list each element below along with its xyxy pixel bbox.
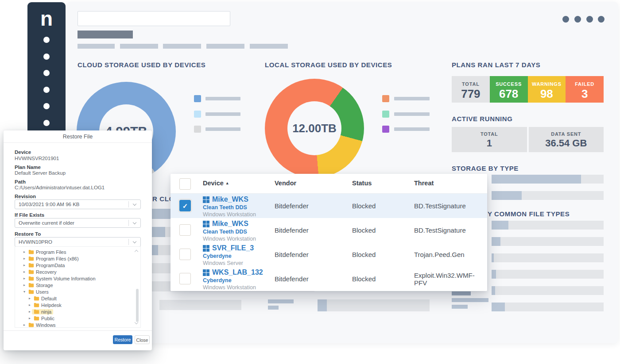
table-header: Device▲ Vendor Status Threat <box>170 174 487 194</box>
folder-icon <box>28 249 34 254</box>
tree-node[interactable]: Program Files (x86) <box>27 256 81 261</box>
device-org-link[interactable]: Cyberdyne <box>203 277 263 284</box>
tree-item-label: Storage <box>36 283 53 288</box>
tab-placeholder[interactable] <box>120 44 158 49</box>
device-org-link[interactable]: Cyberdyne <box>203 253 254 259</box>
table-row[interactable]: Mike_WKSClean Teeth DDSWindows Workstati… <box>170 218 487 242</box>
tab-placeholder[interactable] <box>163 44 201 49</box>
tree-item-system-volume-information[interactable]: ▸System Volume Information <box>15 275 140 282</box>
caret-collapsed-icon[interactable]: ▸ <box>22 250 27 254</box>
window-menu-dot[interactable] <box>562 16 569 23</box>
row-checkbox[interactable] <box>179 273 191 284</box>
restore-to-select[interactable]: HVWIN10PRO <box>15 237 141 247</box>
tree-item-default[interactable]: ▸Default <box>15 295 140 302</box>
device-name-link[interactable]: Mike_WKS <box>203 195 256 203</box>
threat-cell: Exploit.Win32.WMF-PFV <box>414 267 487 291</box>
tree-item-users[interactable]: ▾Users <box>15 288 140 295</box>
select-all-checkbox[interactable] <box>179 178 191 190</box>
tree-item-helpdesk[interactable]: ▸Helpdesk <box>15 302 140 308</box>
tree-node[interactable]: Default <box>32 296 58 301</box>
revision-select[interactable]: 10/03/2021 9:00 AM 96 KB <box>15 199 141 209</box>
scrollbar-thumb[interactable] <box>136 289 139 322</box>
legend-item <box>194 95 240 102</box>
column-header-threat[interactable]: Threat <box>414 180 434 187</box>
tree-item-public[interactable]: ▸Public <box>15 315 140 322</box>
tree-node[interactable]: Helpdesk <box>32 303 63 308</box>
column-header-device[interactable]: Device▲ <box>203 180 229 187</box>
table-row[interactable]: SVR_FILE_3CyberdyneWindows ServerBitdefe… <box>170 242 487 267</box>
tree-item-windows[interactable]: ▸Windows <box>15 322 140 328</box>
caret-collapsed-icon[interactable]: ▸ <box>27 296 32 300</box>
caret-collapsed-icon[interactable]: ▸ <box>27 310 32 314</box>
tree-item-storage[interactable]: ▸Storage <box>15 282 140 288</box>
caret-collapsed-icon[interactable]: ▸ <box>22 270 27 274</box>
device-os: Windows Server <box>203 260 254 266</box>
tree-node[interactable]: Program Files <box>27 249 68 255</box>
window-menu-dot[interactable] <box>598 16 604 23</box>
sidebar-nav-dot[interactable] <box>43 54 50 60</box>
caret-collapsed-icon[interactable]: ▸ <box>22 283 27 287</box>
tree-item-label: Public <box>41 316 54 321</box>
caret-expanded-icon[interactable]: ▾ <box>22 290 27 294</box>
tree-node[interactable]: ninja <box>32 309 53 314</box>
device-name-link[interactable]: WKS_LAB_132 <box>203 268 263 276</box>
caret-collapsed-icon[interactable]: ▸ <box>27 303 32 307</box>
caret-collapsed-icon[interactable]: ▸ <box>27 316 32 320</box>
restore-button[interactable]: Restore <box>113 335 132 344</box>
row-checkbox[interactable] <box>179 224 191 236</box>
tree-item-ninja[interactable]: ▸ninja <box>15 308 140 315</box>
tree-node[interactable]: Recovery <box>27 269 58 275</box>
tree-node[interactable]: Storage <box>27 283 55 288</box>
tree-item-programdata[interactable]: ▸ProgramData <box>15 262 140 268</box>
column-header-vendor[interactable]: Vendor <box>275 180 296 187</box>
sidebar-nav-dot[interactable] <box>43 37 50 43</box>
tab-placeholder[interactable] <box>206 44 244 49</box>
sidebar-nav-dot[interactable] <box>43 120 50 126</box>
tree-item-program-files-x86-[interactable]: ▸Program Files (x86) <box>15 255 140 262</box>
if-file-exists-select[interactable]: Overwrite current if older <box>15 218 141 228</box>
tree-node[interactable]: Public <box>32 316 56 321</box>
bar-track <box>492 221 604 230</box>
tree-node[interactable]: System Volume Information <box>27 276 97 281</box>
modal-title: Restore File <box>4 130 152 143</box>
device-cell[interactable]: SVR_FILE_3CyberdyneWindows Server <box>203 244 254 266</box>
bar-track <box>492 270 604 279</box>
caret-collapsed-icon[interactable]: ▸ <box>22 276 27 280</box>
tree-node[interactable]: ProgramData <box>27 263 66 268</box>
sidebar-nav-dot[interactable] <box>43 103 50 109</box>
tree-node[interactable]: Windows <box>27 322 58 328</box>
device-cell[interactable]: Mike_WKSClean Teeth DDSWindows Workstati… <box>203 195 256 218</box>
close-button[interactable]: Close <box>135 335 150 344</box>
tree-item-recovery[interactable]: ▸Recovery <box>15 268 140 275</box>
device-name-link[interactable]: SVR_FILE_3 <box>203 244 254 252</box>
row-checkbox[interactable]: ✓ <box>179 200 191 211</box>
device-org-link[interactable]: Clean Teeth DDS <box>203 229 256 235</box>
column-header-status[interactable]: Status <box>352 180 372 187</box>
tab-placeholder[interactable] <box>78 44 115 49</box>
caret-collapsed-icon[interactable]: ▸ <box>22 323 27 327</box>
threat-cell: BD.TestSignature <box>414 194 466 218</box>
bar-fill <box>492 191 522 200</box>
sidebar-nav-dot[interactable] <box>43 70 50 76</box>
device-name-link[interactable]: Mike_WKS <box>203 220 256 228</box>
tree-item-program-files[interactable]: ▸Program Files <box>15 249 140 255</box>
caret-collapsed-icon[interactable]: ▸ <box>22 257 27 261</box>
heading-common-file-types: Y COMMON FILE TYPES <box>488 210 570 218</box>
table-row[interactable]: WKS_LAB_132CyberdyneWindows WorkstationB… <box>170 267 487 291</box>
row-checkbox[interactable] <box>179 249 191 260</box>
device-cell[interactable]: WKS_LAB_132CyberdyneWindows Workstation <box>203 268 263 291</box>
window-menu-dot[interactable] <box>574 16 581 23</box>
device-cell[interactable]: Mike_WKSClean Teeth DDSWindows Workstati… <box>203 220 256 242</box>
tab-placeholder[interactable] <box>250 44 288 49</box>
table-row[interactable]: ✓Mike_WKSClean Teeth DDSWindows Workstat… <box>170 194 487 218</box>
window-menu-dot[interactable] <box>586 16 593 23</box>
device-org-link[interactable]: Clean Teeth DDS <box>203 204 256 211</box>
tree-node[interactable]: Users <box>27 289 50 295</box>
sidebar-nav-dot[interactable] <box>43 87 50 93</box>
legend-item <box>194 111 240 118</box>
search-input[interactable] <box>78 11 230 26</box>
legend-label-placeholder <box>394 127 430 131</box>
caret-collapsed-icon[interactable]: ▸ <box>22 263 27 267</box>
revision-label: Revision <box>15 194 36 199</box>
plan-stat-value: 678 <box>490 87 528 101</box>
